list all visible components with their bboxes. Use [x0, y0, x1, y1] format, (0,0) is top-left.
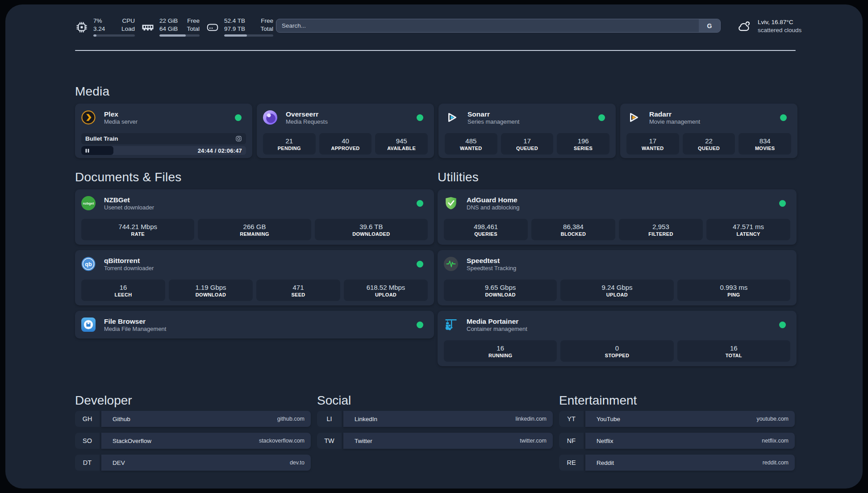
service-stat-tile: 16LEECH — [81, 280, 165, 301]
search-provider-button[interactable]: G — [699, 19, 720, 32]
service-card-speedtest[interactable]: SpeedtestSpeedtest Tracking9.65 GbpsDOWN… — [438, 250, 797, 305]
service-subtitle: DNS and adblocking — [467, 204, 520, 211]
service-subtitle: Series management — [467, 118, 519, 125]
service-card-plex[interactable]: PlexMedia serverBullet Train24:44 / 02:0… — [75, 104, 252, 158]
bookmark-twitter[interactable]: TWTwittertwitter.com — [317, 433, 553, 449]
stat-progress-track — [159, 34, 200, 37]
bookmark-dev[interactable]: DTDEVdev.to — [75, 455, 311, 471]
service-stat-tile: 22QUEUED — [683, 133, 735, 155]
service-stat-tile: 945AVAILABLE — [375, 133, 428, 155]
stat-label: Total — [260, 25, 273, 33]
stat-labels: FreeTotal — [260, 17, 273, 33]
service-card-nzbget[interactable]: nzbgetNZBGetUsenet downloader744.21 Mbps… — [75, 189, 434, 245]
stat-label: WANTED — [460, 145, 482, 151]
bookmark-netflix[interactable]: NFNetflixnetflix.com — [559, 433, 795, 449]
stat-value: 2,953 — [652, 222, 669, 231]
stat-label: Total — [187, 25, 200, 33]
sonarr-icon — [445, 110, 459, 125]
service-name: Plex — [104, 110, 138, 118]
service-card-qbittorrent[interactable]: qbqBittorrentTorrent downloader16LEECH1.… — [75, 250, 434, 305]
service-card-file-browser[interactable]: File BrowserMedia File Management — [75, 311, 434, 338]
now-playing-row: Bullet Train — [81, 133, 246, 144]
service-stat-tile: 2,953FILTERED — [619, 219, 703, 240]
service-group-utilities: UtilitiesAdGuard HomeDNS and adblocking4… — [438, 170, 797, 366]
service-card-sonarr[interactable]: SonarrSeries management485WANTED17QUEUED… — [438, 104, 616, 158]
stat-value: 1.19 Gbps — [195, 283, 226, 292]
status-dot-online — [417, 322, 423, 328]
playback-progress-bar: 24:44 / 02:06:47 — [81, 146, 246, 155]
stat-progress-fill — [159, 34, 186, 37]
stat-value: 16 — [497, 344, 504, 352]
stat-value: 21 — [285, 137, 293, 145]
dashboard-page: 7%3.24CPULoad22 GiB64 GiBFreeTotal52.4 T… — [5, 4, 863, 489]
bookmark-name: LinkedIn — [355, 416, 377, 422]
service-stat-tile: 86,384BLOCKED — [531, 219, 615, 240]
stat-label: APPROVED — [331, 145, 359, 151]
service-stat-tile: 21PENDING — [263, 133, 316, 155]
stat-label: BLOCKED — [561, 231, 586, 237]
radarr-icon — [626, 110, 641, 125]
bookmark-name: DEV — [113, 460, 125, 466]
bookmark-github[interactable]: GHGithubgithub.com — [75, 411, 311, 427]
service-subtitle: Media File Management — [104, 326, 166, 332]
svg-text:nzbget: nzbget — [83, 201, 94, 205]
stat-value: 471 — [292, 283, 304, 292]
service-stat-tile: 17WANTED — [626, 133, 679, 155]
bookmark-abbr: NF — [559, 433, 584, 449]
stat-value: 834 — [760, 137, 771, 145]
qbittorrent-icon: qb — [81, 257, 96, 271]
svg-text:qb: qb — [85, 261, 92, 267]
service-stat-tile: 834MOVIES — [739, 133, 791, 155]
status-dot-online — [417, 261, 423, 267]
stat-progress-track — [224, 34, 273, 37]
stat-value: 64 GiB — [159, 25, 178, 33]
portainer-icon — [444, 318, 458, 332]
search-bar[interactable]: G — [276, 19, 721, 33]
service-card-radarr[interactable]: RadarrMovie management17WANTED22QUEUED83… — [620, 104, 797, 158]
service-stat-tile: 744.21 MbpsRATE — [81, 219, 194, 240]
stat-label: QUEUED — [516, 145, 538, 151]
bookmark-url: dev.to — [290, 460, 305, 466]
status-dot-online — [780, 114, 787, 121]
bookmark-name: YouTube — [597, 416, 620, 422]
stat-label: DOWNLOADED — [352, 231, 390, 237]
bookmark-url: netflix.com — [762, 438, 789, 444]
stat-label: LATENCY — [736, 231, 760, 237]
stat-value: 9.65 Gbps — [485, 283, 516, 292]
bookmark-name: Github — [113, 416, 130, 422]
bookmark-url: stackoverflow.com — [259, 438, 305, 444]
service-card-media-portainer[interactable]: Media PortainerContainer management16RUN… — [438, 311, 797, 366]
bookmark-url: youtube.com — [756, 416, 789, 422]
service-stat-tile: 16TOTAL — [677, 340, 790, 362]
stat-label: FILTERED — [648, 231, 673, 237]
stat-progress-track — [93, 34, 135, 37]
stat-value: 0 — [615, 344, 619, 352]
stat-label: CPU — [121, 17, 135, 25]
bookmark-stackoverflow[interactable]: SOStackOverflowstackoverflow.com — [75, 433, 311, 449]
bookmark-youtube[interactable]: YTYouTubeyoutube.com — [559, 411, 795, 427]
weather-location-temp: Lviv, 16.87°C — [758, 18, 801, 26]
stat-label: Free — [260, 17, 273, 25]
service-stat-tile: 196SERIES — [557, 133, 609, 155]
service-subtitle: Movie management — [649, 118, 700, 125]
video-icon — [235, 135, 242, 142]
service-stat-tile: 9.65 GbpsDOWNLOAD — [444, 280, 557, 301]
service-stat-tile: 0STOPPED — [560, 340, 673, 362]
bookmark-name: StackOverflow — [113, 438, 151, 444]
bookmark-abbr: DT — [75, 455, 100, 471]
group-title: Entertainment — [559, 394, 795, 407]
service-card-overseerr[interactable]: OverseerrMedia Requests21PENDING40APPROV… — [257, 104, 434, 158]
service-stat-tile: 498,461QUERIES — [444, 219, 528, 240]
cloud-icon — [737, 19, 752, 34]
stat-label: TOTAL — [726, 352, 742, 359]
service-name: qBittorrent — [104, 257, 154, 265]
nzbget-icon: nzbget — [81, 196, 96, 210]
service-group-media: MediaPlexMedia serverBullet Train24:44 /… — [75, 84, 798, 158]
service-stat-tile: 0.993 msPING — [677, 280, 790, 301]
bookmark-reddit[interactable]: RERedditreddit.com — [559, 455, 795, 471]
stat-value: 17 — [523, 137, 531, 145]
bookmark-linkedin[interactable]: LILinkedInlinkedin.com — [317, 411, 553, 427]
playback-progress-fill — [81, 146, 113, 155]
search-input[interactable] — [276, 19, 699, 32]
service-card-adguard-home[interactable]: AdGuard HomeDNS and adblocking498,461QUE… — [438, 189, 797, 245]
